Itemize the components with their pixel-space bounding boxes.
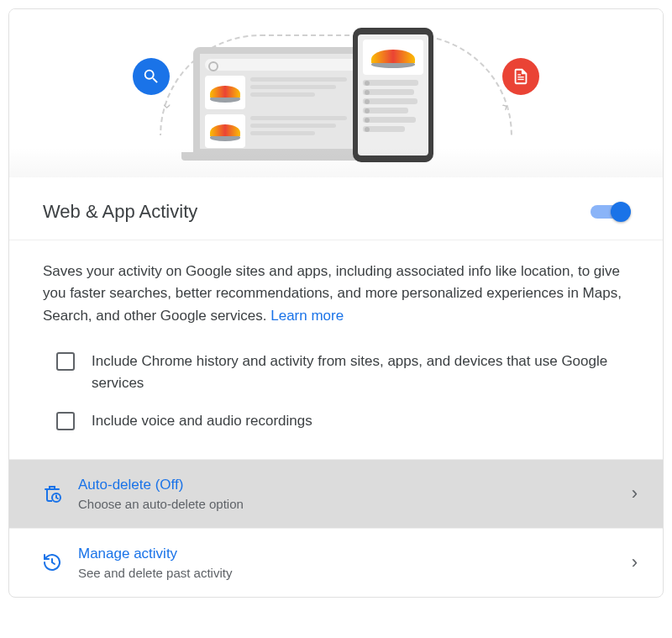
laptop-illustration — [193, 47, 370, 161]
trash-clock-icon — [41, 482, 63, 504]
manage-activity-title: Manage activity — [78, 546, 617, 562]
description-block: Saves your activity on Google sites and … — [9, 240, 663, 332]
hero-illustration: › › — [9, 9, 663, 177]
history-clock-icon — [41, 551, 63, 573]
manage-activity-option[interactable]: Manage activity See and delete past acti… — [9, 528, 663, 597]
checkbox-row-voice-audio: Include voice and audio recordings — [43, 402, 629, 440]
activity-toggle[interactable] — [591, 203, 629, 221]
voice-audio-checkbox[interactable] — [56, 412, 75, 430]
chevron-right-icon: › — [632, 482, 638, 504]
chrome-history-label: Include Chrome history and activity from… — [92, 351, 629, 393]
svg-rect-0 — [517, 76, 523, 77]
search-badge-icon — [133, 58, 170, 95]
checkbox-row-chrome-history: Include Chrome history and activity from… — [43, 342, 629, 402]
chrome-history-checkbox[interactable] — [56, 352, 75, 371]
page-title: Web & App Activity — [43, 201, 197, 223]
checkbox-list: Include Chrome history and activity from… — [9, 332, 663, 459]
auto-delete-subtitle: Choose an auto-delete option — [78, 497, 617, 511]
manage-activity-subtitle: See and delete past activity — [78, 566, 617, 580]
document-badge-icon — [502, 58, 539, 95]
activity-settings-card: › › — [8, 8, 664, 598]
auto-delete-option[interactable]: Auto-delete (Off) Choose an auto-delete … — [9, 459, 663, 528]
svg-rect-2 — [517, 74, 521, 75]
learn-more-link[interactable]: Learn more — [270, 308, 344, 324]
title-row: Web & App Activity — [9, 177, 663, 240]
phone-illustration — [353, 28, 433, 162]
svg-rect-1 — [517, 79, 523, 80]
arrow-left-icon: › — [159, 104, 176, 109]
chevron-right-icon: › — [632, 551, 638, 573]
voice-audio-label: Include voice and audio recordings — [92, 410, 312, 432]
auto-delete-title: Auto-delete (Off) — [78, 477, 617, 493]
